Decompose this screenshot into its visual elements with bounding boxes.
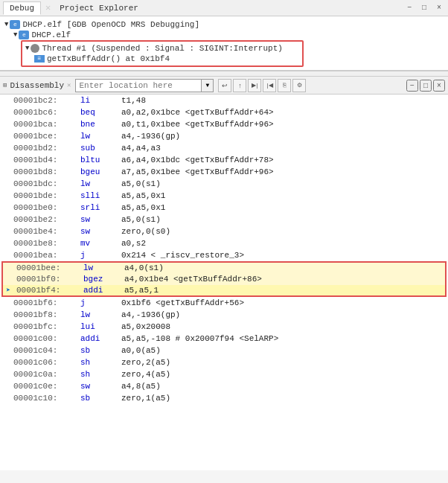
table-row[interactable]: 00001bd2:suba4,a4,a3	[0, 142, 448, 154]
location-input[interactable]	[75, 79, 202, 92]
disasm-toolbar-buttons: ↩ ↑ ▶| |◀ ⎘ ⚙	[218, 79, 306, 92]
disasm-maximize-icon[interactable]: □	[420, 80, 432, 92]
table-row[interactable]: 00001bf8:lwa4,-1936(gp)	[0, 309, 448, 321]
return-icon[interactable]: ↩	[218, 79, 231, 92]
close-icon[interactable]: ×	[433, 2, 445, 14]
thread-label: Thread #1 (Suspended : Signal : SIGINT:I…	[42, 44, 282, 53]
thread-highlighted-box: ▼ Thread #1 (Suspended : Signal : SIGINT…	[21, 40, 304, 67]
table-row[interactable]: 00001be0:srlia5,a5,0x1	[0, 202, 448, 214]
location-dropdown-btn[interactable]: ▼	[202, 79, 214, 92]
address-cell: 00001bdc:	[13, 179, 80, 188]
address-cell: 00001bf8:	[13, 310, 80, 319]
operands-cell: a5,a5,0x1	[121, 191, 165, 200]
project-explorer-tab-label[interactable]: Project Explorer	[54, 2, 144, 14]
mnemonic-cell: beq	[80, 108, 121, 117]
mnemonic-cell: sh	[80, 358, 121, 367]
operands-cell: 0x1bf6 <getTxBuffAddr+56>	[121, 298, 244, 307]
maximize-icon[interactable]: □	[418, 2, 430, 14]
table-row[interactable]: 00001bf0:bgeza4,0x1be4 <getTxBuffAddr+86…	[1, 273, 447, 285]
operands-cell: a4,-1936(gp)	[121, 132, 180, 141]
debug-session-label: DHCP.elf [GDB OpenOCD MRS Debugging]	[22, 20, 199, 29]
table-row[interactable]: 00001bd8:bgeua7,a5,0x1bee <getTxBuffAddr…	[0, 166, 448, 178]
table-row[interactable]: 00001bee:lwa4,0(s1)	[1, 261, 447, 273]
address-cell: 00001c06:	[13, 358, 80, 367]
address-cell: 00001c0a:	[13, 370, 80, 379]
disasm-title-sep: ✕	[67, 81, 71, 89]
copy-icon[interactable]: ⎘	[278, 79, 291, 92]
address-cell: 00001be2:	[13, 215, 80, 224]
table-row[interactable]: 00001bc6:beqa0,a2,0x1bce <getTxBuffAddr+…	[0, 106, 448, 118]
operands-cell: zero,4(a5)	[121, 370, 170, 379]
mnemonic-cell: li	[80, 96, 121, 105]
operands-cell: a0,a2,0x1bce <getTxBuffAddr+64>	[121, 108, 274, 117]
mnemonic-cell: bne	[80, 120, 121, 129]
disasm-minimize-icon[interactable]: −	[406, 80, 418, 92]
mnemonic-cell: srli	[80, 203, 121, 212]
back-icon[interactable]: |◀	[263, 79, 276, 92]
address-cell: 00001c04:	[13, 346, 80, 355]
address-cell: 00001bf6:	[13, 298, 80, 307]
table-row[interactable]: 00001be8:mva0,s2	[0, 237, 448, 249]
table-row[interactable]: 00001be4:swzero,0(s0)	[0, 225, 448, 237]
address-cell: 00001bf0:	[16, 275, 83, 284]
table-row[interactable]: 00001bce:lwa4,-1936(gp)	[0, 130, 448, 142]
table-row[interactable]: 00001be2:swa5,0(s1)	[0, 214, 448, 225]
thread-collapse-arrow: ▼	[25, 45, 29, 52]
elf-icon: e	[10, 20, 20, 29]
table-row[interactable]: 00001c0a:shzero,4(a5)	[0, 368, 448, 380]
mnemonic-cell: addi	[83, 286, 124, 295]
mnemonic-cell: lw	[80, 310, 121, 319]
mnemonic-cell: addi	[80, 334, 121, 343]
mnemonic-cell: sb	[80, 394, 121, 403]
operands-cell: a5,0(s1)	[121, 179, 161, 188]
mnemonic-cell: bltu	[80, 156, 121, 164]
operands-cell: a5,0(s1)	[121, 215, 161, 224]
mnemonic-cell: slli	[80, 191, 121, 200]
table-row[interactable]: 00001bf6:j0x1bf6 <getTxBuffAddr+56>	[0, 297, 448, 309]
address-cell: 00001c00:	[13, 334, 80, 343]
disasm-content[interactable]: 00001bc2:lit1,48 00001bc6:beqa0,a2,0x1bc…	[0, 95, 448, 470]
operands-cell: a5,a5,-108 # 0x20007f94 <SelARP>	[121, 334, 278, 343]
forward-icon[interactable]: ▶|	[248, 79, 261, 92]
disasm-close-icon[interactable]: ×	[433, 80, 445, 92]
address-cell: 00001bd2:	[13, 144, 80, 153]
table-row[interactable]: 00001bdc:lwa5,0(s1)	[0, 178, 448, 190]
debug-session-item[interactable]: ▼ e DHCP.elf [GDB OpenOCD MRS Debugging]	[4, 19, 444, 30]
table-row[interactable]: ➤00001bf4:addia5,a5,1	[1, 285, 447, 297]
operands-cell: a4,0x1be4 <getTxBuffAddr+86>	[124, 275, 262, 284]
address-cell: 00001bde:	[13, 191, 80, 200]
table-row[interactable]: 00001c10:sbzero,1(a5)	[0, 392, 448, 404]
up-icon[interactable]: ↑	[233, 79, 246, 92]
minimize-icon[interactable]: −	[403, 2, 415, 14]
collapse-arrow2: ▼	[13, 31, 17, 39]
table-row[interactable]: 00001bc2:lit1,48	[0, 95, 448, 106]
disasm-panel-title: Disassembly	[10, 81, 64, 90]
tab-separator: ✕	[45, 2, 51, 13]
table-row[interactable]: 00001bde:sllia5,a5,0x1	[0, 190, 448, 202]
thread-item[interactable]: ▼ Thread #1 (Suspended : Signal : SIGINT…	[25, 43, 299, 54]
debug-tab-label[interactable]: Debug	[3, 1, 41, 15]
table-row[interactable]: 00001bfc:luia5,0x20008	[0, 321, 448, 333]
operands-cell: t1,48	[121, 96, 146, 105]
address-cell: 00001bea:	[13, 251, 80, 260]
table-row[interactable]: 00001c00:addia5,a5,-108 # 0x20007f94 <Se…	[0, 333, 448, 345]
table-row[interactable]: 00001c0e:swa4,8(a5)	[0, 380, 448, 392]
settings-icon[interactable]: ⚙	[292, 79, 306, 92]
elf-item[interactable]: ▼ e DHCP.elf	[13, 30, 444, 40]
disasm-toolbar: ⊞ Disassembly ✕ ▼ ↩ ↑ ▶| |◀ ⎘ ⚙ − □ ×	[0, 77, 448, 95]
table-row[interactable]: 00001c06:shzero,2(a5)	[0, 356, 448, 368]
operands-cell: 0x214 < _riscv_restore_3>	[121, 251, 244, 260]
operands-cell: a5,0x20008	[121, 322, 170, 331]
address-cell: 00001bc6:	[13, 108, 80, 117]
elf-label: DHCP.elf	[31, 31, 71, 39]
thread-icon	[31, 44, 39, 53]
table-row[interactable]: 00001bea:j0x214 < _riscv_restore_3>	[0, 249, 448, 261]
operands-cell: zero,1(a5)	[121, 394, 170, 403]
mnemonic-cell: j	[80, 298, 121, 307]
table-row[interactable]: 00001bca:bnea0,t1,0x1bee <getTxBuffAddr+…	[0, 118, 448, 130]
mnemonic-cell: bgez	[83, 275, 124, 284]
stack-frame-item[interactable]: ≡ getTxBuffAddr() at 0x1bf4	[34, 54, 299, 64]
mnemonic-cell: j	[80, 251, 121, 260]
table-row[interactable]: 00001bd4:bltua6,a4,0x1bdc <getTxBuffAddr…	[0, 154, 448, 166]
table-row[interactable]: 00001c04:sba0,0(a5)	[0, 345, 448, 356]
